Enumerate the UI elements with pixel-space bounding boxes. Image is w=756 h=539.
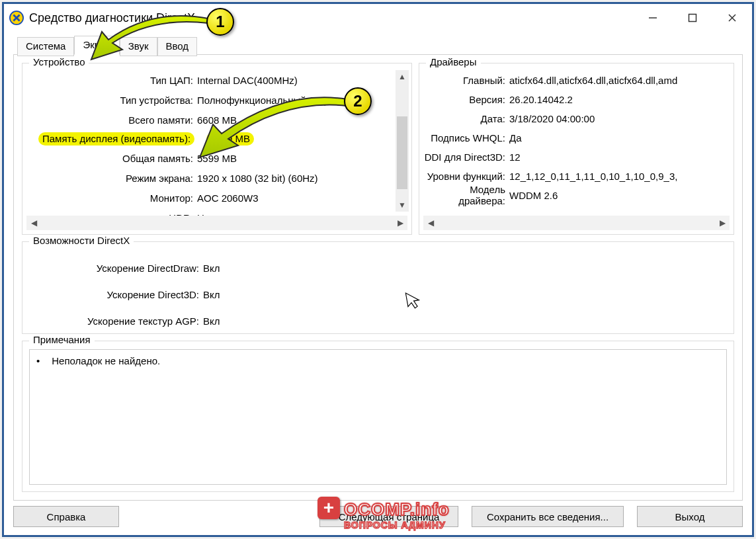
monitor-label: Монитор: (26, 192, 197, 204)
dac-type-label: Тип ЦАП: (26, 75, 197, 86)
scroll-left-icon[interactable]: ◀ (423, 218, 438, 228)
drivers-group: Драйверы Главный:aticfx64.dll,aticfx64.d… (419, 63, 734, 235)
driver-date-value: 3/18/2020 04:00:00 (509, 113, 595, 124)
exit-button[interactable]: Выход (637, 506, 743, 527)
help-button[interactable]: Справка (13, 506, 119, 527)
device-rows: Тип ЦАП:Internal DAC(400MHz) Тип устройс… (26, 73, 394, 225)
directdraw-value: Вкл (203, 263, 220, 274)
driver-whql-value: Да (509, 132, 522, 144)
screen-mode-label: Режим экрана: (26, 173, 197, 184)
window-title: Средство диагностики DirectX (29, 11, 633, 25)
directx-legend: Возможности DirectX (29, 235, 134, 246)
display-memory-value: 1009 MB (206, 132, 254, 145)
minimize-button[interactable] (633, 5, 673, 30)
annotation-marker-2: 2 (344, 87, 372, 115)
driver-main-value: aticfx64.dll,aticfx64.dll,aticfx64.dll,a… (509, 75, 677, 86)
annotation-marker-1: 1 (206, 8, 234, 36)
device-type-label: Тип устройства: (26, 95, 197, 106)
direct3d-value: Вкл (203, 289, 220, 300)
total-memory-value: 6608 MB (197, 114, 237, 126)
display-memory-label: Память дисплея (видеопамять): (38, 132, 194, 145)
scroll-right-icon[interactable]: ▶ (393, 218, 407, 228)
tab-panel-display: Устройство Тип ЦАП:Internal DAC(400MHz) … (13, 54, 743, 501)
direct3d-label: Ускорение Direct3D: (34, 289, 203, 300)
monitor-value: AOC 2060W3 (197, 192, 259, 204)
driver-whql-label: Подпись WHQL: (423, 132, 509, 144)
notes-legend: Примечания (29, 334, 95, 345)
agp-value: Вкл (203, 315, 220, 327)
driver-feat-value: 12_1,12_0,11_1,11_0,10_1,10_0,9_3, (509, 171, 677, 182)
maximize-button[interactable] (673, 5, 712, 30)
display-memory-row: Память дисплея (видеопамять): 1009 MB (26, 132, 394, 145)
notes-line: Неполадок не найдено. (36, 355, 720, 366)
notes-group: Примечания Неполадок не найдено. (22, 341, 734, 492)
tab-display[interactable]: Экран (74, 36, 119, 55)
scroll-thumb[interactable] (397, 116, 407, 189)
directdraw-label: Ускорение DirectDraw: (34, 263, 203, 274)
driver-version-label: Версия: (423, 94, 509, 105)
scroll-up-icon[interactable]: ▲ (396, 70, 409, 83)
save-all-button[interactable]: Сохранить все сведения... (472, 506, 624, 527)
watermark: + OCOMP.info ВОПРОСЫ АДМИНУ (344, 499, 450, 530)
app-icon (9, 11, 24, 25)
agp-label: Ускорение текстур AGP: (34, 315, 203, 327)
watermark-line2: ВОПРОСЫ АДМИНУ (344, 520, 450, 530)
driver-main-label: Главный: (423, 75, 509, 86)
driver-model-value: WDDM 2.6 (509, 190, 558, 201)
driver-model-label: Модель драйвера: (423, 184, 509, 206)
driver-version-value: 26.20.14042.2 (509, 94, 573, 105)
scroll-down-icon[interactable]: ▼ (396, 198, 409, 212)
driver-date-label: Дата: (423, 113, 509, 124)
drivers-hscrollbar[interactable]: ◀ ▶ (423, 216, 730, 230)
driver-feat-label: Уровни функций: (423, 171, 509, 182)
shared-memory-label: Общая память: (26, 153, 197, 164)
tab-input[interactable]: Ввод (157, 37, 198, 56)
device-legend: Устройство (29, 56, 89, 67)
directx-group: Возможности DirectX Ускорение DirectDraw… (22, 241, 734, 334)
titlebar: Средство диагностики DirectX (4, 4, 752, 32)
scroll-right-icon[interactable]: ▶ (715, 218, 730, 228)
driver-ddi-label: DDI для Direct3D: (423, 151, 509, 163)
tab-system[interactable]: Система (17, 37, 74, 56)
driver-ddi-value: 12 (509, 151, 521, 163)
screen-mode-value: 1920 x 1080 (32 bit) (60Hz) (197, 173, 318, 184)
scroll-left-icon[interactable]: ◀ (26, 218, 41, 228)
shared-memory-value: 5599 MB (197, 153, 237, 164)
drivers-legend: Драйверы (426, 56, 481, 67)
device-vscrollbar[interactable]: ▲ ▼ (396, 70, 409, 212)
watermark-line1: OCOMP.info (344, 499, 450, 520)
dac-type-value: Internal DAC(400MHz) (197, 75, 298, 86)
notes-textarea[interactable]: Неполадок не найдено. (29, 349, 727, 485)
svg-rect-2 (689, 15, 696, 22)
total-memory-label: Всего памяти: (26, 114, 197, 126)
content-area: Система Экран Звук Ввод Устройство Тип Ц… (4, 32, 752, 535)
watermark-plus-icon: + (317, 497, 340, 519)
window-root: Средство диагностики DirectX Система Экр… (4, 4, 752, 535)
device-hscrollbar[interactable]: ◀ ▶ (26, 216, 407, 230)
tab-sound[interactable]: Звук (120, 37, 157, 56)
close-button[interactable] (712, 5, 752, 30)
device-type-value: Полнофункциональный видеоадапте (197, 95, 368, 106)
tab-strip: Система Экран Звук Ввод (17, 36, 743, 55)
window-buttons (633, 5, 752, 30)
